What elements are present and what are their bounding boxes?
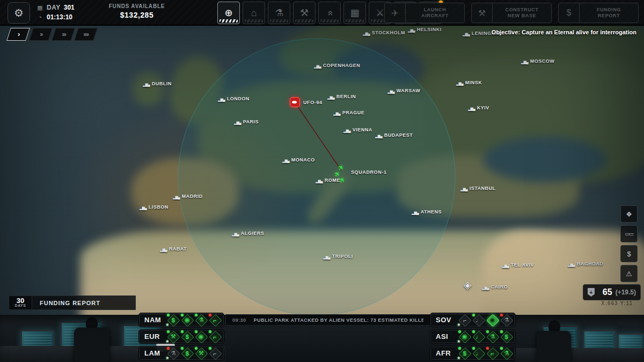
tab-engineering[interactable]: ⚒	[293, 2, 316, 24]
city-label: MOSCOW	[530, 58, 555, 64]
speed-3x-button[interactable]: ›››	[52, 28, 75, 41]
city-marker-lisbon[interactable]: ▂▆▄LISBON	[140, 204, 169, 210]
city-marker-minsk[interactable]: ▂▆▄MINSK	[456, 80, 482, 85]
status-weapons-icon: ¬	[208, 347, 222, 359]
city-icon: ▂▆▄	[232, 232, 239, 236]
speed-1x-button[interactable]: ›	[6, 28, 30, 41]
microscope-icon: ⚗	[275, 7, 283, 19]
settings-button[interactable]: ⚙	[8, 2, 30, 24]
city-label: WARSAW	[397, 88, 421, 93]
operator-silhouette	[548, 320, 560, 333]
city-marker-tel-aviv[interactable]: ▂▆▄TEL AVIV	[502, 262, 534, 268]
city-marker-algiers[interactable]: ▂▆▄ALGIERS	[232, 231, 264, 236]
city-marker-monaco[interactable]: ▂▆▄MONACO	[282, 157, 315, 162]
landmass-ireland	[133, 72, 164, 106]
alloys-resource-button[interactable]: ▭▭	[620, 225, 638, 242]
city-label: TEL AVIV	[511, 262, 534, 268]
alerts-button[interactable]: ⚠	[620, 265, 638, 282]
city-label: BAGHDAD	[577, 261, 604, 267]
funds-label: FUNDS AVAILABLE	[91, 3, 182, 9]
clock-icon: ◔	[36, 14, 43, 20]
console-monitor	[583, 330, 616, 352]
ticker-message: PUBLIC PARK ATTACKED BY ALIEN VESSEL: 73…	[254, 317, 423, 323]
tab-bases[interactable]: ⌂	[243, 2, 265, 24]
region-panel-nam[interactable]: NAM $★ ◉ ⚗ ¬	[138, 313, 224, 327]
relations-score-badge[interactable]: + 65 (+19.5)	[583, 284, 641, 300]
city-icon: ▂▆▄	[234, 121, 241, 124]
tab-geoscape[interactable]: ⊕	[217, 2, 240, 24]
tab-personnel[interactable]: »	[318, 2, 341, 24]
city-label: MONACO	[291, 157, 315, 162]
city-marker-helsinki[interactable]: ▂▆▄HELSINKI	[408, 27, 442, 32]
city-marker-tripoli[interactable]: ▂▆▄TRIPOLI	[323, 254, 353, 259]
region-panel-asi[interactable]: ASI ◉★ ♩ ⚗ $	[430, 329, 516, 344]
status-science-icon: ⚗	[500, 347, 513, 359]
region-panel-lam[interactable]: LAM ⚗★ $ ⚒ ¬	[138, 346, 224, 360]
rank-chevrons-icon: »	[324, 10, 335, 16]
cash-resource-button[interactable]: $	[620, 245, 638, 262]
funds-block: FUNDS AVAILABLE $132,285	[91, 3, 182, 19]
ticker-time: 09:30	[232, 317, 246, 323]
city-icon: ▂▆▄	[160, 248, 167, 252]
construct-new-base-button[interactable]: ⚒ CONSTRUCTNEW BASE	[471, 3, 552, 23]
player-base-marker-icon[interactable]: ◈	[464, 279, 472, 291]
city-marker-moscow[interactable]: ▂▆▄MOSCOW	[521, 58, 554, 64]
city-marker-istanbul[interactable]: ▂▆▄ISTANBUL	[460, 186, 496, 191]
rifle-icon: ⚔	[376, 7, 384, 19]
region-code: EUR	[144, 333, 166, 341]
console-monitor	[60, 321, 103, 349]
region-panel-afr[interactable]: AFR $★ ♩ ¬ ⚗	[430, 346, 516, 360]
city-marker-london[interactable]: ▂▆▄LONDON	[218, 96, 250, 101]
city-marker-warsaw[interactable]: ▂▆▄WARSAW	[387, 88, 420, 93]
region-panel-sov[interactable]: SOV ¬★ ♩ ◉ ⚗	[430, 313, 516, 327]
city-icon: ▂▆▄	[140, 206, 147, 210]
button-label: CONSTRUCTNEW BASE	[493, 7, 551, 19]
region-panel-eur[interactable]: EUR ⚒★ $ ◉ ¬	[138, 329, 224, 344]
city-label: PRAGUE	[342, 110, 365, 115]
ufo-contact-marker[interactable]: UFO-94	[290, 97, 323, 107]
calendar-icon: ▦	[36, 4, 43, 11]
day-label: DAY	[47, 4, 61, 11]
city-marker-copenhagen[interactable]: ▂▆▄COPENHAGEN	[314, 63, 360, 68]
city-label: ALGIERS	[241, 231, 265, 236]
funding-report-button[interactable]: $ FUNDINGREPORT	[558, 3, 639, 23]
city-marker-madrid[interactable]: ▂▆▄MADRID	[173, 194, 203, 199]
city-marker-berlin[interactable]: ▂▆▄BERLIN	[327, 94, 356, 99]
funding-report-countdown-button[interactable]: 30 DAYS FUNDING REPORT	[9, 295, 136, 310]
speed-4x-button[interactable]: ››››	[74, 28, 98, 41]
status-funds-icon: $	[180, 330, 194, 343]
launch-aircraft-button[interactable]: ✈ LAUNCHAIRCRAFT	[384, 3, 465, 23]
status-funds-icon: $★	[166, 314, 180, 326]
objective-text: Objective: Capture an Eternal alive for …	[492, 29, 636, 35]
city-marker-budapest[interactable]: ▂▆▄BUDAPEST	[375, 132, 413, 138]
city-icon: ▂▆▄	[173, 195, 180, 199]
gear-icon: ⚙	[14, 6, 24, 19]
relations-delta: (+19.5)	[616, 289, 636, 296]
city-label: TRIPOLI	[332, 254, 353, 259]
tab-hatch	[219, 19, 238, 23]
status-weapons-icon: ¬★	[458, 314, 471, 326]
city-icon: ▂▆▄	[521, 60, 528, 64]
news-ticker: 09:30 PUBLIC PARK ATTACKED BY ALIEN VESS…	[225, 314, 430, 326]
city-marker-stockholm[interactable]: ▂▆▄STOCKHOLM	[363, 30, 405, 35]
city-marker-rome[interactable]: ▂▆▄ROME	[316, 178, 340, 183]
speed-2x-button[interactable]: ››	[29, 28, 53, 41]
crystals-resource-button[interactable]: ❖	[620, 205, 638, 223]
tab-research[interactable]: ⚗	[268, 2, 290, 24]
city-icon: ▂▆▄	[387, 90, 394, 93]
tab-stores[interactable]: ▦	[343, 2, 366, 24]
city-marker-dublin[interactable]: ▂▆▄DUBLIN	[143, 81, 172, 86]
city-marker-kyiv[interactable]: ▂▆▄KYIV	[468, 105, 489, 110]
landmass-iberia	[131, 158, 239, 225]
city-marker-cairo[interactable]: ▂▆▄CAIRO	[482, 284, 508, 290]
status-weapons-icon: ¬	[486, 347, 499, 359]
city-marker-baghdad[interactable]: ▂▆▄BAGHDAD	[568, 261, 603, 267]
city-marker-vienna[interactable]: ▂▆▄VIENNA	[343, 127, 372, 132]
status-justice-icon: ⚒★	[166, 330, 180, 343]
city-marker-athens[interactable]: ▂▆▄ATHENS	[412, 209, 442, 215]
console-desk	[515, 348, 644, 362]
city-marker-prague[interactable]: ▂▆▄PRAGUE	[333, 110, 364, 115]
city-marker-paris[interactable]: ▂▆▄PARIS	[234, 119, 259, 124]
console-monitor	[617, 333, 644, 354]
city-marker-rabat[interactable]: ▂▆▄RABAT	[160, 246, 187, 252]
